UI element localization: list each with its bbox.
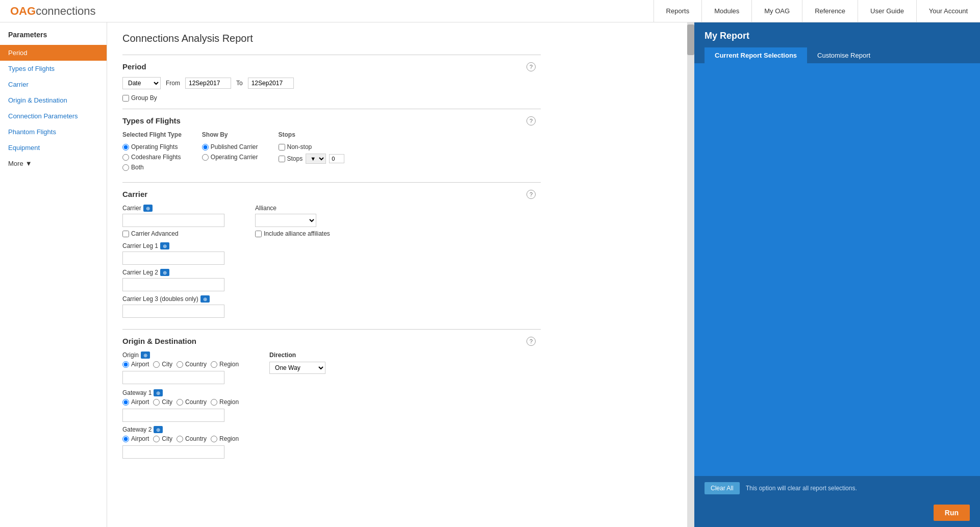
- nav-reference[interactable]: Reference: [802, 0, 858, 22]
- tab-customise-report[interactable]: Customise Report: [807, 47, 881, 63]
- origin-airport-radio-label[interactable]: Airport: [122, 361, 149, 368]
- origin-country-radio-label[interactable]: Country: [177, 361, 207, 368]
- scroll-thumb[interactable]: [687, 24, 694, 55]
- operating-carrier-radio-label[interactable]: Operating Carrier: [202, 154, 258, 161]
- direction-select[interactable]: One Way Both Ways: [269, 362, 325, 374]
- gateway2-region-radio-label[interactable]: Region: [211, 435, 239, 442]
- nav-your-account[interactable]: Your Account: [916, 0, 980, 22]
- gateway1-label: Gateway 1: [122, 389, 152, 396]
- sidebar-item-period[interactable]: Period: [0, 45, 107, 61]
- stops-value-input[interactable]: [329, 154, 344, 163]
- both-flights-radio-label[interactable]: Both: [122, 164, 182, 171]
- codeshare-flights-radio-label[interactable]: Codeshare Flights: [122, 154, 182, 161]
- carrier-leg1-add-icon[interactable]: ⊕: [160, 242, 169, 249]
- carrier-help-icon[interactable]: ?: [526, 190, 536, 199]
- scroll-track[interactable]: [687, 22, 694, 527]
- non-stop-checkbox-label[interactable]: Non-stop: [279, 143, 345, 150]
- gateway2-country-radio[interactable]: [177, 436, 183, 442]
- origin-add-icon[interactable]: ⊕: [141, 352, 150, 359]
- both-flights-radio[interactable]: [122, 164, 129, 171]
- published-carrier-radio-label[interactable]: Published Carrier: [202, 143, 258, 150]
- group-by-checkbox[interactable]: [122, 95, 129, 102]
- stops-checkbox-label[interactable]: Stops: [279, 155, 303, 162]
- group-by-checkbox-label[interactable]: Group By: [122, 94, 541, 102]
- origin-help-icon[interactable]: ?: [526, 337, 536, 346]
- gateway2-region-radio[interactable]: [211, 436, 217, 442]
- carrier-input[interactable]: [122, 214, 224, 227]
- carrier-leg2-input[interactable]: [122, 278, 224, 291]
- gateway1-input[interactable]: [122, 409, 224, 422]
- flights-help-icon[interactable]: ?: [526, 116, 536, 126]
- sidebar-item-types-of-flights[interactable]: Types of Flights: [0, 61, 107, 77]
- origin-airport-radio[interactable]: [122, 361, 129, 368]
- nav-reports[interactable]: Reports: [654, 0, 702, 22]
- carrier-advanced-text: Carrier Advanced: [131, 230, 179, 237]
- operating-flights-radio[interactable]: [122, 144, 129, 150]
- origin-region-radio[interactable]: [211, 361, 217, 368]
- carrier-leg1-input[interactable]: [122, 252, 224, 265]
- stops-col: Stops Non-stop Stops ▼: [279, 131, 345, 171]
- origin-city-radio-label[interactable]: City: [153, 361, 172, 368]
- nav-user-guide[interactable]: User Guide: [858, 0, 916, 22]
- period-help-icon[interactable]: ?: [526, 62, 536, 71]
- gateway1-add-icon[interactable]: ⊕: [154, 389, 163, 396]
- include-alliance-label[interactable]: Include alliance affiliates: [255, 230, 330, 237]
- gateway1-airport-radio[interactable]: [122, 399, 129, 406]
- carrier-add-icon[interactable]: ⊕: [143, 205, 153, 212]
- stops-checkbox[interactable]: [279, 156, 285, 162]
- gateway1-region-radio[interactable]: [211, 399, 217, 406]
- gateway2-country-radio-label[interactable]: Country: [177, 435, 207, 442]
- gateway1-city-label: City: [162, 398, 172, 406]
- sidebar-item-connection-parameters[interactable]: Connection Parameters: [0, 108, 107, 124]
- gateway1-country-radio[interactable]: [177, 399, 183, 406]
- operating-flights-radio-label[interactable]: Operating Flights: [122, 143, 182, 150]
- period-date-select[interactable]: Date Season Year: [122, 77, 161, 89]
- gateway2-airport-radio[interactable]: [122, 436, 129, 442]
- show-by-col-title: Show By: [202, 131, 258, 138]
- stops-row: Stops ▼: [279, 154, 345, 164]
- origin-country-radio[interactable]: [177, 361, 183, 368]
- clear-all-button[interactable]: Clear All: [705, 482, 740, 494]
- sidebar-item-more[interactable]: More ▼: [0, 156, 107, 171]
- period-section-title: Period: [122, 62, 541, 71]
- period-to-input[interactable]: [248, 78, 294, 89]
- types-of-flights-title: Types of Flights: [122, 116, 541, 125]
- stops-direction-select[interactable]: ▼: [306, 154, 326, 164]
- codeshare-flights-radio[interactable]: [122, 154, 129, 161]
- nav-modules[interactable]: Modules: [701, 0, 751, 22]
- origin-input[interactable]: [122, 371, 224, 384]
- gateway1-airport-radio-label[interactable]: Airport: [122, 398, 149, 406]
- gateway2-city-radio[interactable]: [153, 436, 160, 442]
- carrier-leg2-add-icon[interactable]: ⊕: [160, 269, 169, 276]
- gateway2-airport-radio-label[interactable]: Airport: [122, 435, 149, 442]
- gateway2-add-icon[interactable]: ⊕: [154, 426, 163, 433]
- sidebar-item-origin-destination[interactable]: Origin & Destination: [0, 92, 107, 108]
- sidebar-item-carrier[interactable]: Carrier: [0, 77, 107, 92]
- period-from-input[interactable]: [185, 78, 231, 89]
- gateway1-city-radio[interactable]: [153, 399, 160, 406]
- stops-label: Stops: [287, 155, 303, 162]
- run-btn-row: Run: [694, 500, 980, 527]
- operating-carrier-radio[interactable]: [202, 154, 209, 161]
- carrier-leg3-input[interactable]: [122, 305, 224, 318]
- gateway1-region-radio-label[interactable]: Region: [211, 398, 239, 406]
- sidebar-item-equipment[interactable]: Equipment: [0, 140, 107, 156]
- carrier-leg3-add-icon[interactable]: ⊕: [200, 295, 210, 303]
- include-alliance-text: Include alliance affiliates: [264, 230, 330, 237]
- carrier-advanced-label[interactable]: Carrier Advanced: [122, 230, 224, 237]
- origin-city-radio[interactable]: [153, 361, 160, 368]
- nav-myoag[interactable]: My OAG: [751, 0, 802, 22]
- gateway2-input[interactable]: [122, 445, 224, 459]
- alliance-select[interactable]: [255, 214, 316, 227]
- gateway2-city-radio-label[interactable]: City: [153, 435, 172, 442]
- include-alliance-checkbox[interactable]: [255, 231, 262, 237]
- published-carrier-radio[interactable]: [202, 144, 209, 150]
- origin-region-radio-label[interactable]: Region: [211, 361, 239, 368]
- tab-current-report[interactable]: Current Report Selections: [705, 47, 807, 63]
- run-button[interactable]: Run: [934, 505, 970, 521]
- non-stop-checkbox[interactable]: [279, 144, 285, 150]
- sidebar-item-phantom-flights[interactable]: Phantom Flights: [0, 124, 107, 140]
- carrier-advanced-checkbox[interactable]: [122, 231, 129, 237]
- gateway1-country-radio-label[interactable]: Country: [177, 398, 207, 406]
- gateway1-city-radio-label[interactable]: City: [153, 398, 172, 406]
